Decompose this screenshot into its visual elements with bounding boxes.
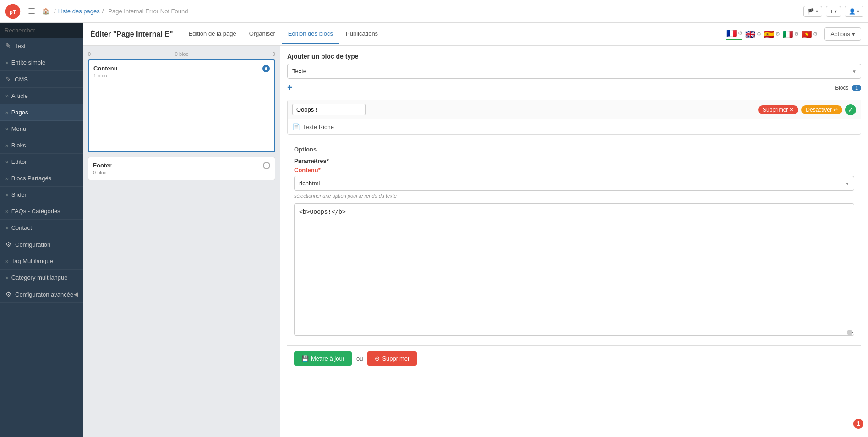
sidebar-item-category-multilangue[interactable]: » Category multilangue [0,270,83,286]
section-num-left: 0 [88,51,91,57]
hamburger-button[interactable]: ☰ [28,6,35,16]
section-card-contenu[interactable]: Contenu 1 bloc [88,59,275,152]
options-title[interactable]: Options [294,146,854,153]
sidebar-label-menu: Menu [11,125,27,132]
mettre-a-jour-button[interactable]: 💾 Mettre à jour [294,351,352,366]
sidebar-label-configuraton-avancee: Configuraton avancée [15,291,73,298]
supprimer-bottom-button[interactable]: ⊖ Supprimer [367,351,417,366]
ou-label: ou [356,355,363,362]
pencil-icon: ✎ [5,42,11,49]
options-section: Options Paramètres* Contenu* richhtml sé… [287,141,861,345]
block-name-input[interactable] [292,104,366,115]
add-block-button[interactable]: + [287,82,293,93]
sidebar: 🔍 ✎ Test » Entite simple ✎ CMS » Article… [0,23,83,437]
block-type-doc-icon: 📄 [292,123,300,130]
chevrons-icon: » [5,208,9,215]
lang-fr[interactable]: 🇫🇷 ⚙ [726,28,742,40]
sidebar-label-slider: Slider [11,191,27,198]
block-type-select[interactable]: Texte [287,64,861,79]
add-block-section: Ajouter un bloc de type Texte + Blocs 1 [287,53,861,93]
actions-button[interactable]: Actions ▾ [824,27,861,41]
left-panel: 0 0 bloc 0 Contenu 1 bloc [83,46,280,437]
user-dropdown-button[interactable]: 👤 ▾ [845,6,863,17]
sidebar-label-cms: CMS [15,76,28,83]
chevrons-icon: » [5,93,9,99]
sidebar-item-faqs-categories[interactable]: » FAQs - Catégories [0,203,83,220]
section-title-contenu: Contenu [93,65,118,72]
home-icon[interactable]: 🏠 [42,8,49,15]
block-desactiver-button[interactable]: Désactiver ↩ [801,105,842,114]
flag-dropdown-button[interactable]: 🏴 ▾ [803,6,822,17]
lang-en[interactable]: 🇬🇧 ⚙ [745,29,761,39]
section-body-contenu [93,78,270,147]
breadcrumb-sep1: / [54,8,56,15]
sidebar-item-editor[interactable]: » Editor [0,154,83,170]
block-check-button[interactable]: ✓ [845,104,856,115]
fr-gear-icon[interactable]: ⚙ [738,30,742,36]
chevrons-icon: » [5,126,9,132]
plus-icon: + [830,8,833,15]
sidebar-item-bloks[interactable]: » Bloks [0,137,83,154]
sidebar-item-configuraton-avancee[interactable]: ⚙ Configuraton avancée ◀ [0,286,83,303]
gear-icon-adv: ⚙ [5,291,11,298]
lang-flags: 🇫🇷 ⚙ 🇬🇧 ⚙ 🇪🇸 ⚙ 🇮🇹 ⚙ 🇻🇳 ⚙ [726,28,818,40]
sidebar-search: 🔍 [0,23,83,38]
chevrons-icon: » [5,109,9,116]
search-input[interactable] [5,27,82,34]
tab-publications[interactable]: Publications [339,24,384,44]
top-right-actions: 🏴 ▾ + ▾ 👤 ▾ [803,6,863,17]
html-content-textarea[interactable]: <b>Ooops!</b> [294,203,854,336]
section-card-footer[interactable]: Footer 0 bloc [88,157,275,180]
cms-icon: ✎ [5,76,11,83]
tab-organiser[interactable]: Organiser [243,24,282,44]
sidebar-item-pages[interactable]: » Pages [0,104,83,121]
breadcrumb-link-pages[interactable]: Liste des pages [58,8,100,15]
block-supprimer-button[interactable]: Supprimer ✕ [758,105,798,114]
sidebar-item-contact[interactable]: » Contact [0,220,83,236]
tab-edition-blocs[interactable]: Edition des blocs [282,24,339,44]
lang-it[interactable]: 🇮🇹 ⚙ [783,29,799,39]
sidebar-item-test[interactable]: ✎ Test [0,38,83,54]
richhtml-select[interactable]: richhtml [294,176,854,191]
section-radio-footer[interactable] [263,162,270,169]
save-icon: 💾 [301,355,309,362]
section-radio-contenu[interactable] [262,65,270,72]
blocs-badge: Blocs 1 [835,85,861,91]
tab-edition-page[interactable]: Edition de la page [182,24,243,44]
notification-dot: 1 [853,419,863,429]
supprimer-bottom-label: Supprimer [382,355,409,362]
sidebar-item-slider[interactable]: » Slider [0,187,83,203]
es-flag-icon: 🇪🇸 [764,29,774,39]
sidebar-item-article[interactable]: » Article [0,88,83,104]
mettre-a-jour-label: Mettre à jour [311,355,344,362]
en-gear-icon[interactable]: ⚙ [757,31,761,37]
sidebar-item-tag-multilangue[interactable]: » Tag Multilangue [0,253,83,270]
plus-dropdown-button[interactable]: + ▾ [826,6,841,17]
sidebar-label-tag-multilangue: Tag Multilangue [11,258,53,264]
sidebar-item-entite-simple[interactable]: » Entite simple [0,54,83,71]
desactiver-label: Désactiver [806,107,832,113]
it-gear-icon[interactable]: ⚙ [794,31,799,37]
es-gear-icon[interactable]: ⚙ [775,31,780,37]
block-editor-header: Supprimer ✕ Désactiver ↩ ✓ [288,100,861,119]
required-star: * [318,167,321,173]
vn-gear-icon[interactable]: ⚙ [813,31,818,37]
en-flag-icon: 🇬🇧 [745,29,755,39]
chevrons-icon: » [5,59,9,66]
hint-text: sélectionner une option pour le rendu du… [294,193,854,199]
chevrons-icon: » [5,192,9,198]
block-actions: Supprimer ✕ Désactiver ↩ ✓ [758,104,856,115]
supprimer-x-icon: ✕ [789,107,794,113]
sidebar-item-blocs-partages[interactable]: » Blocs Partagés [0,170,83,187]
sidebar-item-menu[interactable]: » Menu [0,121,83,137]
lang-vn[interactable]: 🇻🇳 ⚙ [802,29,818,39]
lang-es[interactable]: 🇪🇸 ⚙ [764,29,780,39]
sidebar-item-configuration[interactable]: ⚙ Configuration [0,236,83,253]
add-block-title: Ajouter un bloc de type [287,53,861,60]
block-type-select-wrapper: Texte [287,64,861,79]
supprimer-label: Supprimer [763,107,788,113]
chevrons-icon: » [5,175,9,182]
sidebar-label-configuration: Configuration [15,241,50,248]
sidebar-item-cms[interactable]: ✎ CMS [0,71,83,88]
textarea-resize-handle[interactable] [847,330,852,335]
